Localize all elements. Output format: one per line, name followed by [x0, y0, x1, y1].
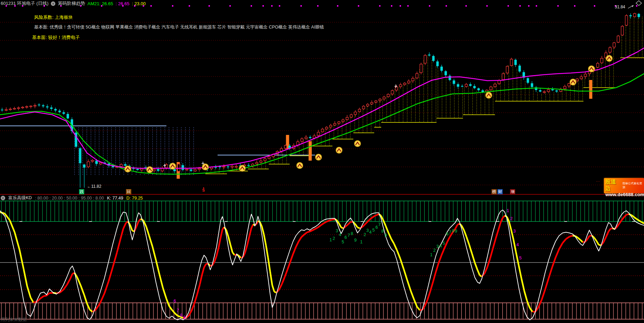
fundamental-rating-text: 基本面: 较好！消费电子: [32, 34, 80, 41]
high-price-label: 31.84: [615, 5, 625, 9]
svg-text:7: 7: [348, 233, 350, 238]
svg-text:6: 6: [446, 232, 449, 236]
sell-marker: ▲S: [202, 186, 205, 192]
svg-text:4: 4: [369, 230, 372, 235]
risk-factor-text: 风险系数: 上海板块: [34, 14, 73, 21]
svg-text:8: 8: [180, 313, 183, 318]
watermark-tagline: 指标公式量化资源: [622, 181, 644, 189]
d-value-label: D: 79.25: [126, 196, 143, 201]
svg-text:5: 5: [342, 240, 344, 244]
svg-text:2: 2: [510, 216, 513, 221]
svg-text:1: 1: [360, 240, 363, 244]
watermark-dots: ⋯: [596, 179, 600, 184]
sub-indicator-dropdown-icon[interactable]: ∨: [1, 196, 5, 200]
stock-title: 601231 环旭电子 (日线): [1, 0, 48, 7]
svg-text:2: 2: [433, 248, 436, 253]
svg-text:1: 1: [330, 237, 332, 242]
svg-text:3: 3: [367, 228, 369, 233]
svg-text:4: 4: [517, 242, 519, 247]
future-data-warning: 用到未来数据: [1, 317, 27, 323]
svg-text:5: 5: [519, 256, 522, 260]
sub-indicator-params: : 80.00 : 20.00 : 50.00 : 95.00 : 8.00: [35, 196, 104, 201]
indicator-dropdown-icon[interactable]: ∨: [51, 1, 55, 6]
svg-text:6: 6: [345, 235, 347, 240]
badge-fall: 跌: [79, 189, 84, 194]
svg-text:8: 8: [382, 229, 384, 234]
svg-text:2: 2: [364, 232, 366, 237]
svg-text:6: 6: [174, 299, 176, 304]
svg-text:3: 3: [336, 228, 338, 233]
svg-text:1: 1: [507, 208, 509, 213]
watermark-url: www.de6688.com: [605, 192, 644, 197]
svg-text:8: 8: [452, 228, 455, 233]
main-indicator-name[interactable]: 筹码阶梯趋势: [58, 0, 85, 7]
title-bar: 601231 环旭电子 (日线) ∨ 筹码阶梯趋势 AM21: 26.65 : …: [1, 0, 146, 7]
svg-text:7: 7: [378, 222, 381, 227]
badge-cai: 财: [497, 189, 503, 194]
am21-value: AM21: 26.65: [87, 1, 113, 6]
k-value-label: K: 77.49: [107, 196, 123, 201]
svg-text:4: 4: [339, 232, 341, 237]
svg-text:1: 1: [430, 252, 433, 257]
badge-zeng: 增: [510, 189, 515, 194]
svg-text:3: 3: [437, 244, 439, 249]
svg-text:5: 5: [372, 228, 375, 233]
badge-bang: 榜: [492, 189, 497, 194]
watermark-banner: 股道边 指标公式量化资源 www.de6688.com: [604, 178, 644, 193]
svg-text:5: 5: [443, 241, 445, 246]
fundamental-concepts-text: 基本面: 优秀级！含可转债 5G概念 物联网 苹果概念 消费电子概念 汽车电子 …: [34, 24, 324, 30]
svg-text:2: 2: [333, 236, 335, 241]
watermark-brand: 股道边: [605, 179, 621, 192]
sub-indicator-name[interactable]: 富乐高级KD: [8, 195, 32, 201]
svg-text:7: 7: [449, 230, 451, 235]
svg-text:9: 9: [385, 233, 387, 238]
svg-text:8: 8: [351, 231, 353, 236]
svg-text:7: 7: [177, 308, 179, 313]
svg-text:9: 9: [183, 315, 186, 320]
sub-indicator-header: ∨ 富乐高级KD : 80.00 : 20.00 : 50.00 : 95.00…: [1, 195, 143, 201]
svg-text:3: 3: [513, 229, 516, 234]
am21-value-3: : 23.00: [132, 1, 146, 6]
trading-app-window: { "title_bar": { "code_name": "601231 环旭…: [0, 0, 644, 323]
svg-text:4: 4: [440, 244, 442, 249]
svg-text:9: 9: [455, 229, 457, 234]
badge-hui: 回: [126, 189, 131, 194]
am21-value-2: : 26.65: [116, 1, 129, 6]
low-price-label: ←11.82: [87, 184, 101, 189]
svg-text:6: 6: [376, 225, 378, 230]
chart-canvas[interactable]: 123456789123456789123456789678912345: [0, 0, 644, 323]
svg-text:9: 9: [354, 238, 357, 243]
